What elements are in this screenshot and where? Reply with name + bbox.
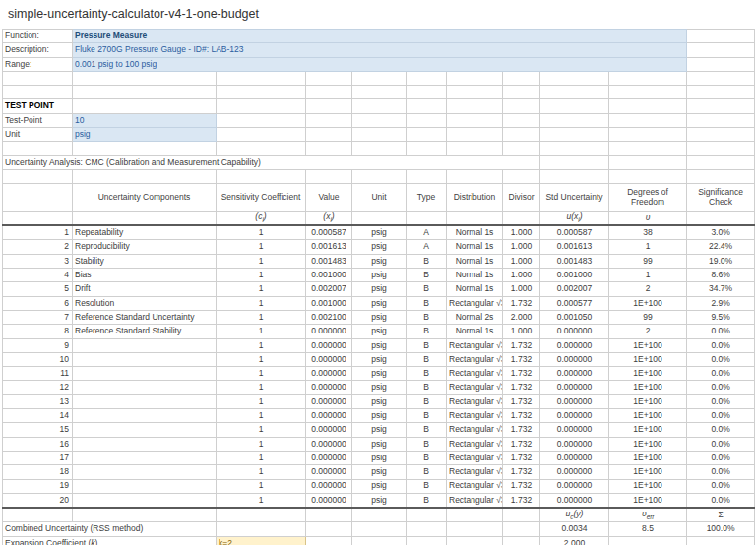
dof-cell[interactable]: 1: [609, 240, 687, 254]
type-cell[interactable]: B: [407, 325, 447, 338]
component-cell[interactable]: [73, 394, 217, 408]
sensitivity-cell[interactable]: 1: [217, 254, 306, 268]
value-cell[interactable]: 0.000000: [306, 423, 352, 437]
value-cell[interactable]: 0.000000: [306, 325, 352, 338]
sensitivity-cell[interactable]: 1: [217, 423, 306, 437]
value-cell[interactable]: 0.000000: [306, 352, 352, 366]
distribution-cell[interactable]: Rectangular √3: [447, 381, 503, 394]
type-cell[interactable]: B: [407, 437, 447, 451]
component-cell[interactable]: [73, 367, 217, 381]
unit-cell[interactable]: psig: [352, 225, 407, 240]
component-cell[interactable]: Reproducibility: [73, 240, 217, 254]
dof-cell[interactable]: 38: [609, 225, 687, 240]
value-cell[interactable]: 0.000000: [306, 409, 352, 423]
unit-cell[interactable]: psig: [352, 493, 407, 508]
distribution-cell[interactable]: Rectangular √3: [447, 409, 503, 423]
distribution-cell[interactable]: Normal 1s: [447, 225, 503, 240]
dof-cell[interactable]: 1E+100: [609, 352, 687, 366]
value-cell[interactable]: 0.000000: [306, 381, 352, 394]
distribution-cell[interactable]: Rectangular √3: [447, 451, 503, 464]
type-cell[interactable]: B: [407, 493, 447, 508]
component-cell[interactable]: Resolution: [73, 296, 217, 310]
distribution-cell[interactable]: Normal 1s: [447, 240, 503, 254]
type-cell[interactable]: B: [407, 465, 447, 479]
dof-cell[interactable]: 1E+100: [609, 479, 687, 493]
sensitivity-cell[interactable]: 1: [217, 338, 306, 352]
component-cell[interactable]: Reference Standard Stability: [73, 325, 217, 338]
sensitivity-cell[interactable]: 1: [217, 451, 306, 464]
sensitivity-cell[interactable]: 1: [217, 282, 306, 296]
dof-cell[interactable]: 1E+100: [609, 296, 687, 310]
value-cell[interactable]: 0.000000: [306, 451, 352, 464]
value-cell[interactable]: 0.000587: [306, 225, 352, 240]
component-cell[interactable]: [73, 451, 217, 464]
type-cell[interactable]: A: [407, 240, 447, 254]
unit-cell[interactable]: psig: [352, 437, 407, 451]
distribution-cell[interactable]: Rectangular √3: [447, 423, 503, 437]
value-cell[interactable]: 0.000000: [306, 479, 352, 493]
type-cell[interactable]: B: [407, 409, 447, 423]
type-cell[interactable]: B: [407, 381, 447, 394]
component-cell[interactable]: [73, 381, 217, 394]
dof-cell[interactable]: 1E+100: [609, 409, 687, 423]
component-cell[interactable]: Repeatability: [73, 225, 217, 240]
range-value-cell[interactable]: 0.001 psig to 100 psig: [73, 57, 687, 71]
distribution-cell[interactable]: Rectangular √3: [447, 465, 503, 479]
sensitivity-cell[interactable]: 1: [217, 296, 306, 310]
distribution-cell[interactable]: Normal 1s: [447, 269, 503, 282]
unit-cell[interactable]: psig: [352, 409, 407, 423]
dof-cell[interactable]: 2: [609, 282, 687, 296]
component-cell[interactable]: [73, 409, 217, 423]
sensitivity-cell[interactable]: 1: [217, 479, 306, 493]
type-cell[interactable]: B: [407, 282, 447, 296]
type-cell[interactable]: B: [407, 310, 447, 324]
value-cell[interactable]: 0.002007: [306, 282, 352, 296]
value-cell[interactable]: 0.000000: [306, 493, 352, 508]
component-cell[interactable]: Reference Standard Uncertainty: [73, 310, 217, 324]
sensitivity-cell[interactable]: 1: [217, 409, 306, 423]
distribution-cell[interactable]: Normal 1s: [447, 282, 503, 296]
distribution-cell[interactable]: Rectangular √3: [447, 296, 503, 310]
type-cell[interactable]: B: [407, 254, 447, 268]
dof-cell[interactable]: 1: [609, 269, 687, 282]
unit-cell[interactable]: psig: [352, 325, 407, 338]
distribution-cell[interactable]: Rectangular √3: [447, 352, 503, 366]
distribution-cell[interactable]: Normal 1s: [447, 254, 503, 268]
description-value-cell[interactable]: Fluke 2700G Pressure Gauge - ID#: LAB-12…: [73, 43, 687, 57]
unit-cell[interactable]: psig: [352, 381, 407, 394]
unit-cell[interactable]: psig: [352, 282, 407, 296]
value-cell[interactable]: 0.001000: [306, 269, 352, 282]
unit-cell[interactable]: psig: [352, 338, 407, 352]
component-cell[interactable]: [73, 465, 217, 479]
sensitivity-cell[interactable]: 1: [217, 493, 306, 508]
unit-cell[interactable]: psig: [352, 423, 407, 437]
dof-cell[interactable]: 1E+100: [609, 338, 687, 352]
value-cell[interactable]: 0.001483: [306, 254, 352, 268]
type-cell[interactable]: B: [407, 423, 447, 437]
component-cell[interactable]: [73, 437, 217, 451]
test-point-value-cell[interactable]: 10: [73, 113, 217, 127]
value-cell[interactable]: 0.000000: [306, 367, 352, 381]
dof-cell[interactable]: 1E+100: [609, 367, 687, 381]
sensitivity-cell[interactable]: 1: [217, 437, 306, 451]
dof-cell[interactable]: 99: [609, 310, 687, 324]
sensitivity-cell[interactable]: 1: [217, 240, 306, 254]
unit-cell[interactable]: psig: [352, 269, 407, 282]
unit-cell[interactable]: psig: [352, 394, 407, 408]
value-cell[interactable]: 0.000000: [306, 437, 352, 451]
function-value-cell[interactable]: Pressure Measure: [73, 30, 687, 43]
type-cell[interactable]: B: [407, 394, 447, 408]
unit-cell[interactable]: psig: [352, 465, 407, 479]
sensitivity-cell[interactable]: 1: [217, 465, 306, 479]
distribution-cell[interactable]: Rectangular √3: [447, 493, 503, 508]
sensitivity-cell[interactable]: 1: [217, 225, 306, 240]
value-cell[interactable]: 0.001000: [306, 296, 352, 310]
distribution-cell[interactable]: Rectangular √3: [447, 338, 503, 352]
dof-cell[interactable]: 1E+100: [609, 493, 687, 508]
type-cell[interactable]: A: [407, 225, 447, 240]
unit-cell[interactable]: psig: [352, 240, 407, 254]
sensitivity-cell[interactable]: 1: [217, 310, 306, 324]
sensitivity-cell[interactable]: 1: [217, 269, 306, 282]
value-cell[interactable]: 0.000000: [306, 394, 352, 408]
distribution-cell[interactable]: Rectangular √3: [447, 367, 503, 381]
